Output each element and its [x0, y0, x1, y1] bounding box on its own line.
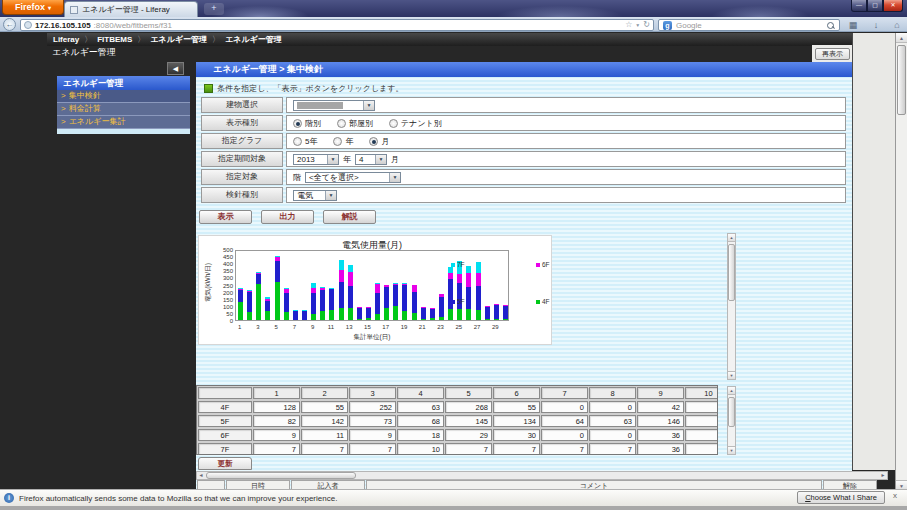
table-cell[interactable]: 0 [589, 429, 636, 441]
scroll-up-icon[interactable]: ▲ [896, 33, 907, 43]
breadcrumb-item[interactable]: エネルギー管理 [150, 34, 207, 45]
legend-swatch [451, 263, 455, 267]
search-input[interactable]: g Google [658, 19, 840, 31]
reload-icon[interactable]: ↻ [643, 20, 650, 30]
scrollbar-thumb[interactable] [728, 397, 735, 427]
download-icon[interactable]: ↓ [869, 19, 883, 31]
table-cell[interactable]: 268 [445, 401, 492, 413]
table-cell[interactable]: 42 [637, 401, 684, 413]
table-cell[interactable]: 0 [589, 401, 636, 413]
meter-type-select[interactable]: 電気 ▼ [293, 190, 337, 201]
bookmarks-panel-icon[interactable]: ▦ [846, 19, 860, 31]
scrollbar-thumb[interactable] [728, 244, 735, 301]
table-cell[interactable]: 9 [253, 429, 300, 441]
sidebar-item[interactable]: >エネルギー集計 [57, 116, 190, 129]
scrollbar-thumb[interactable] [897, 45, 906, 115]
scroll-left-icon[interactable]: ◄ [197, 472, 205, 479]
show-button[interactable]: 表示 [199, 210, 252, 224]
table-cell[interactable]: 0 [541, 429, 588, 441]
maximize-button[interactable]: ▢ [867, 0, 883, 12]
chart-vertical-scrollbar[interactable]: ▲ ▼ [727, 233, 736, 380]
firefox-menu-button[interactable]: Firefox ▾ [2, 0, 64, 15]
table-cell[interactable]: 252 [349, 401, 396, 413]
update-button[interactable]: 更新 [198, 457, 252, 470]
table-cell[interactable]: 29 [445, 429, 492, 441]
table-cell[interactable] [685, 429, 718, 441]
scroll-down-icon[interactable]: ▼ [728, 371, 735, 379]
table-cell[interactable]: 63 [397, 401, 444, 413]
url-dropdown-icon[interactable]: ▼ [635, 20, 640, 30]
target-select[interactable]: <全てを選択> ▼ [305, 172, 401, 183]
browser-tab[interactable]: エネルギー管理 - Liferay [64, 1, 198, 17]
table-cell[interactable]: 36 [637, 443, 684, 455]
breadcrumb-item[interactable]: Liferay [53, 35, 79, 44]
table-cell[interactable]: 30 [493, 429, 540, 441]
table-cell[interactable]: 128 [253, 401, 300, 413]
table-cell[interactable]: 55 [493, 401, 540, 413]
minimize-button[interactable]: — [851, 0, 867, 12]
notification-close-icon[interactable]: x [893, 491, 897, 500]
table-cell[interactable]: 7 [493, 443, 540, 455]
bookmark-star-icon[interactable]: ☆ [625, 20, 632, 30]
table-cell[interactable]: 68 [397, 415, 444, 427]
scroll-up-icon[interactable]: ▲ [728, 234, 735, 242]
radio-option[interactable]: 部屋別 [337, 118, 373, 129]
scrollbar-thumb[interactable] [206, 472, 356, 479]
table-cell[interactable]: 73 [349, 415, 396, 427]
table-cell[interactable]: 145 [445, 415, 492, 427]
scroll-down-icon[interactable]: ▼ [728, 446, 735, 454]
back-button[interactable]: ← [3, 18, 16, 31]
scroll-right-icon[interactable]: ► [879, 472, 887, 479]
building-select[interactable]: ▼ [293, 100, 375, 111]
table-cell[interactable]: 7 [589, 443, 636, 455]
table-cell[interactable]: 7 [301, 443, 348, 455]
table-cell[interactable] [685, 415, 718, 427]
home-icon[interactable]: ⌂ [890, 19, 904, 31]
table-vertical-scrollbar[interactable]: ▲ ▼ [727, 386, 736, 455]
radio-option[interactable]: 階別 [293, 118, 321, 129]
month-select[interactable]: 4 ▼ [355, 154, 387, 165]
sidebar-item[interactable]: >集中検針 [57, 90, 190, 103]
table-cell[interactable]: 0 [541, 401, 588, 413]
sidebar-item-label: 料金計算 [69, 103, 101, 115]
chart-y-tick-label: 0 [211, 318, 233, 324]
radio-option[interactable]: 月 [369, 136, 389, 147]
close-button[interactable]: ✕ [883, 0, 903, 12]
table-cell[interactable]: 142 [301, 415, 348, 427]
table-cell[interactable]: 18 [397, 429, 444, 441]
table-cell[interactable]: 7 [253, 443, 300, 455]
table-cell[interactable] [685, 401, 718, 413]
scroll-up-icon[interactable]: ▲ [728, 387, 735, 395]
output-button[interactable]: 出力 [261, 210, 314, 224]
search-icon[interactable] [826, 21, 835, 30]
table-cell[interactable]: 64 [541, 415, 588, 427]
table-cell[interactable] [685, 443, 718, 455]
browser-scrollbar[interactable]: ▲ ▼ [895, 33, 907, 490]
sidebar-item[interactable]: >料金計算 [57, 103, 190, 116]
table-cell[interactable]: 55 [301, 401, 348, 413]
table-cell[interactable]: 36 [637, 429, 684, 441]
table-cell[interactable]: 10 [397, 443, 444, 455]
radio-option[interactable]: 5年 [293, 136, 317, 147]
help-button[interactable]: 解説 [323, 210, 376, 224]
radio-option[interactable]: テナント別 [389, 118, 442, 129]
year-select[interactable]: 2013 ▼ [293, 154, 339, 165]
refresh-button[interactable]: 再表示 [815, 48, 850, 60]
table-horizontal-scrollbar[interactable]: ◄ ► [196, 471, 888, 480]
new-tab-button[interactable]: + [204, 3, 224, 15]
table-cell[interactable]: 7 [349, 443, 396, 455]
table-cell[interactable]: 146 [637, 415, 684, 427]
table-cell[interactable]: 7 [541, 443, 588, 455]
table-cell[interactable]: 11 [301, 429, 348, 441]
choose-what-i-share-button[interactable]: Choose What I Share [797, 491, 885, 504]
radio-option[interactable]: 年 [333, 136, 353, 147]
url-bar[interactable]: 172.16.105.105 :8080/web/fitbems/f31 ☆ ▼… [20, 19, 654, 31]
table-cell[interactable]: 9 [349, 429, 396, 441]
breadcrumb-item[interactable]: FITBEMS [97, 35, 132, 44]
table-cell[interactable]: 82 [253, 415, 300, 427]
table-cell[interactable]: 7 [445, 443, 492, 455]
sidebar-collapse-button[interactable]: ◀ [167, 62, 184, 75]
table-cell[interactable]: 63 [589, 415, 636, 427]
breadcrumb-item[interactable]: エネルギー管理 [225, 34, 282, 45]
table-cell[interactable]: 134 [493, 415, 540, 427]
